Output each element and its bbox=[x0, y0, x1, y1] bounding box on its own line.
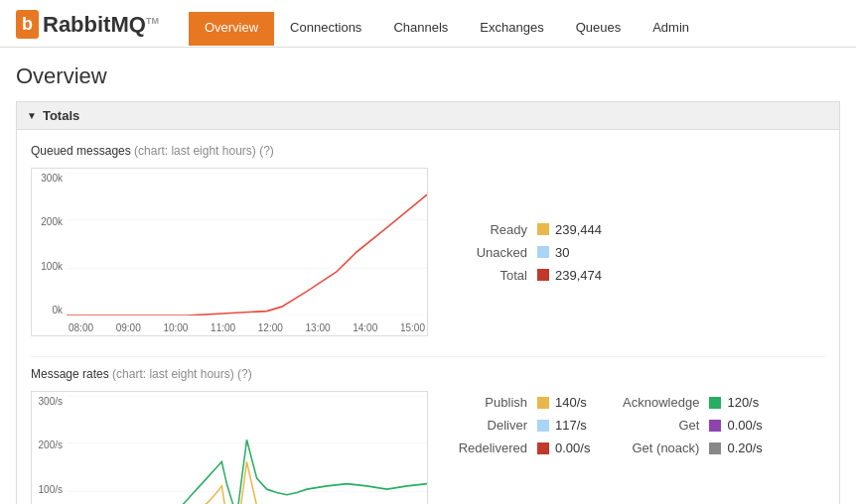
rates-chart: 300/s 200/s 100/s 0/s bbox=[31, 391, 428, 504]
divider bbox=[31, 356, 825, 357]
nav-item-queues[interactable]: Queues bbox=[560, 12, 638, 46]
queued-y-labels: 300k 200k 100k 0k bbox=[32, 169, 67, 315]
nav-item-channels[interactable]: Channels bbox=[377, 12, 464, 46]
header: b RabbitMQTM OverviewConnectionsChannels… bbox=[0, 0, 856, 48]
stat-value: 239,444 bbox=[555, 222, 602, 237]
stat-label: Unacked bbox=[448, 245, 537, 260]
queued-x-labels: 08:00 09:00 10:00 11:00 12:00 13:00 14:0… bbox=[67, 322, 427, 333]
stat-color bbox=[537, 442, 549, 454]
stat-row: Deliver 117/s bbox=[448, 414, 590, 437]
stat-color bbox=[537, 397, 549, 409]
y-label: 300/s bbox=[39, 396, 63, 407]
totals-section: ▼ Totals Queued messages (chart: last ei… bbox=[16, 101, 840, 504]
stat-row: Acknowledge 120/s bbox=[600, 391, 762, 414]
stat-color bbox=[537, 420, 549, 432]
stat-row: Publish 140/s bbox=[448, 391, 590, 414]
stat-color bbox=[709, 420, 721, 432]
nav-item-overview[interactable]: Overview bbox=[189, 12, 274, 46]
main-nav: OverviewConnectionsChannelsExchangesQueu… bbox=[189, 12, 705, 46]
stat-value: 120/s bbox=[727, 395, 759, 410]
stat-label: Redelivered bbox=[448, 441, 537, 455]
nav-item-connections[interactable]: Connections bbox=[274, 12, 377, 46]
stat-label: Deliver bbox=[448, 418, 537, 433]
page-content: Overview ▼ Totals Queued messages (chart… bbox=[0, 48, 856, 504]
rates-chart-inner bbox=[67, 396, 427, 504]
y-label: 100/s bbox=[39, 484, 63, 495]
stat-row: Redelivered 0.00/s bbox=[448, 437, 590, 459]
y-label: 100k bbox=[41, 261, 63, 272]
stat-value: 117/s bbox=[555, 418, 587, 433]
collapse-arrow: ▼ bbox=[27, 110, 37, 121]
stat-label: Publish bbox=[448, 395, 537, 410]
stat-row: Get (noack) 0.20/s bbox=[600, 437, 762, 459]
stat-value: 0.00/s bbox=[555, 441, 590, 455]
totals-section-header[interactable]: ▼ Totals bbox=[17, 102, 839, 130]
queued-row: 300k 200k 100k 0k bbox=[31, 168, 825, 336]
stat-value: 30 bbox=[555, 245, 569, 260]
stat-value: 0.00/s bbox=[727, 418, 762, 433]
nav-item-exchanges[interactable]: Exchanges bbox=[464, 12, 559, 46]
logo: b RabbitMQTM bbox=[16, 10, 159, 47]
y-label: 0k bbox=[52, 305, 63, 315]
stat-color bbox=[709, 442, 721, 454]
totals-body: Queued messages (chart: last eight hours… bbox=[17, 130, 839, 504]
nav-item-admin[interactable]: Admin bbox=[637, 12, 705, 46]
rates-left-col: Publish 140/s Deliver 117/s Redelivered … bbox=[448, 391, 590, 504]
totals-title: Totals bbox=[43, 108, 79, 123]
stat-color bbox=[537, 223, 549, 235]
y-label: 300k bbox=[41, 173, 63, 184]
queued-subtitle: Queued messages (chart: last eight hours… bbox=[31, 144, 825, 158]
rates-subtitle: Message rates (chart: last eight hours) … bbox=[31, 367, 825, 381]
logo-text: RabbitMQTM bbox=[43, 12, 159, 38]
stat-row: Unacked 30 bbox=[448, 241, 825, 264]
stat-label: Total bbox=[448, 268, 537, 283]
rates-stats: Publish 140/s Deliver 117/s Redelivered … bbox=[448, 391, 763, 504]
rates-right-col: Acknowledge 120/s Get 0.00/s Get (noack)… bbox=[600, 391, 762, 504]
stat-label: Get bbox=[600, 418, 709, 433]
stat-value: 239,474 bbox=[555, 268, 602, 283]
stat-row: Total 239,474 bbox=[448, 264, 825, 287]
stat-value: 0.20/s bbox=[727, 441, 762, 455]
rates-chart-area: 300/s 200/s 100/s 0/s bbox=[31, 391, 428, 504]
queued-chart-inner bbox=[67, 173, 427, 315]
queued-chart: 300k 200k 100k 0k bbox=[31, 168, 428, 336]
stat-color bbox=[709, 397, 721, 409]
rates-row: 300/s 200/s 100/s 0/s bbox=[31, 391, 825, 504]
stat-label: Ready bbox=[448, 222, 537, 237]
stat-row: Get 0.00/s bbox=[600, 414, 762, 437]
stat-value: 140/s bbox=[555, 395, 587, 410]
stat-color bbox=[537, 246, 549, 258]
queued-stats: Ready 239,444 Unacked 30 Total 239,474 bbox=[448, 168, 825, 336]
stat-label: Acknowledge bbox=[600, 395, 709, 410]
stat-label: Get (noack) bbox=[600, 441, 709, 455]
y-label: 200k bbox=[41, 216, 63, 227]
logo-icon: b bbox=[16, 10, 39, 39]
stat-row: Ready 239,444 bbox=[448, 218, 825, 241]
queued-chart-area: 300k 200k 100k 0k bbox=[31, 168, 428, 336]
stat-color bbox=[537, 269, 549, 281]
page-title: Overview bbox=[16, 63, 840, 89]
y-label: 200/s bbox=[39, 440, 63, 450]
rates-y-labels: 300/s 200/s 100/s 0/s bbox=[32, 392, 67, 504]
